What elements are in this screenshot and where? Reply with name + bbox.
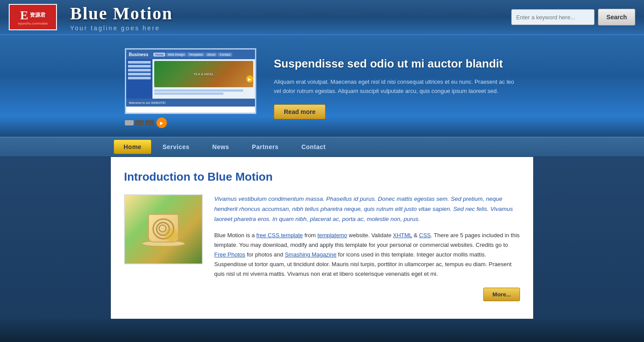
intro-title: Introduction to Blue Motion xyxy=(124,170,520,184)
read-more-button[interactable]: Read more xyxy=(274,104,326,119)
play-button[interactable]: ▶ xyxy=(156,118,167,128)
mock-tab: Templates xyxy=(187,53,205,57)
site-title-area: Blue Motion Your tagline goes here xyxy=(66,3,511,32)
nav-item-home[interactable]: Home xyxy=(114,140,151,154)
slider-dot[interactable] xyxy=(125,120,134,125)
hero-left: Business Home Web Design Templates About… xyxy=(125,48,256,128)
mock-sidebar-item xyxy=(128,65,151,68)
play-icon: ▶ xyxy=(160,121,163,125)
smashing-magazine-link[interactable]: Smashing Magazine xyxy=(285,251,336,258)
search-area: Search xyxy=(511,9,635,25)
nav-item-services[interactable]: Services xyxy=(151,139,201,155)
mock-sidebar-item xyxy=(128,73,151,75)
mock-sidebar-item xyxy=(128,69,151,71)
css-link[interactable]: CSS xyxy=(419,232,431,239)
mock-bottom-bar: Welcome to our WEBSITE! xyxy=(126,99,255,107)
coffee-cup-image xyxy=(137,207,190,251)
intro-text-area: Vivamus vestibulum condimentum massa. Ph… xyxy=(214,194,520,301)
hero-right: Suspendisse sed odio ut mi auctor blandi… xyxy=(274,57,519,120)
mock-nav-tabs: Home Web Design Templates About Contact xyxy=(153,53,232,57)
hero-controls: ▶ xyxy=(125,118,167,128)
site-title: Blue Motion xyxy=(70,3,511,24)
nav-item-news[interactable]: News xyxy=(201,139,241,155)
mock-next-arrow[interactable]: ▶ xyxy=(246,75,253,82)
mock-sidebar-item xyxy=(128,61,151,64)
mock-tab: Contact xyxy=(218,53,232,57)
hero-section: Business Home Web Design Templates About… xyxy=(0,35,644,137)
logo-letter: E xyxy=(20,9,28,21)
mock-bottom-text: Welcome to our WEBSITE! xyxy=(129,101,166,104)
mock-nav-label: Business xyxy=(129,52,148,57)
xhtml-link[interactable]: XHTML xyxy=(393,232,412,239)
free-css-template-link[interactable]: free CSS template xyxy=(256,232,303,239)
free-photos-link[interactable]: Free Photos xyxy=(214,251,245,258)
mock-content: TEA & MEAL ▶ xyxy=(126,59,255,99)
mock-food-image: TEA & MEAL xyxy=(154,61,253,87)
slider-dot[interactable] xyxy=(135,120,144,125)
mock-tab: Home xyxy=(153,53,165,57)
mock-tab: About xyxy=(205,53,217,57)
mock-sidebar xyxy=(126,59,152,99)
more-button[interactable]: More... xyxy=(483,288,520,301)
nav-item-contact[interactable]: Contact xyxy=(290,139,337,155)
main-content: Introduction to Blue Motion xyxy=(111,157,533,319)
intro-body: Vivamus vestibulum condimentum massa. Ph… xyxy=(124,194,520,301)
mock-main: TEA & MEAL ▶ xyxy=(152,59,255,99)
intro-paragraph: Blue Motion is a free CSS template from … xyxy=(214,231,520,279)
logo-subtext: eyunzhu.com/vdisk xyxy=(18,21,48,25)
nav-item-partners[interactable]: Partners xyxy=(241,139,290,155)
logo-chinese: 资源君 xyxy=(30,11,46,19)
intro-image xyxy=(124,194,203,264)
mock-browser-bar: Business Home Web Design Templates About… xyxy=(126,50,255,59)
bottom-background xyxy=(0,319,644,342)
mock-sidebar-item xyxy=(128,77,151,79)
templatemo-link[interactable]: templatemo xyxy=(318,232,347,239)
slider-dot[interactable] xyxy=(145,120,154,125)
hero-screenshot: Business Home Web Design Templates About… xyxy=(125,48,256,114)
search-button[interactable]: Search xyxy=(598,9,635,25)
navbar: Home Services News Partners Contact xyxy=(0,137,644,157)
mock-tab: Web Design xyxy=(166,53,186,57)
hero-body: Aliquam erat volutpat. Maecenas eget nis… xyxy=(274,78,519,96)
site-tagline: Your tagline goes here xyxy=(70,25,511,32)
logo: E 资源君 eyunzhu.com/vdisk xyxy=(9,4,57,30)
search-input[interactable] xyxy=(511,9,594,25)
intro-italic-text: Vivamus vestibulum condimentum massa. Ph… xyxy=(214,194,520,224)
slider-dots xyxy=(125,120,154,125)
hero-heading: Suspendisse sed odio ut mi auctor blandi… xyxy=(274,57,519,71)
